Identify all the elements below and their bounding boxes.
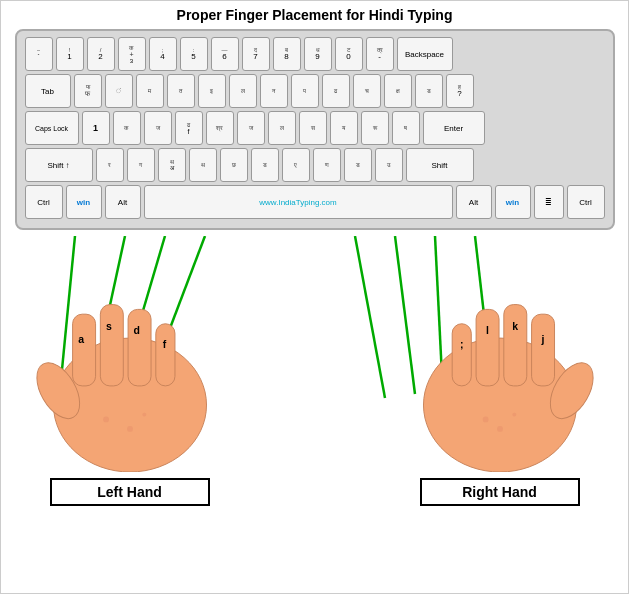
svg-rect-10 [72,314,95,386]
key-tab[interactable]: Tab [25,74,71,108]
svg-line-4 [355,236,385,398]
key-bracket-r[interactable]: ड [415,74,443,108]
key-slash[interactable]: उ [375,148,403,182]
key-c[interactable]: थअ [158,148,186,182]
right-hand-container: ; l k j Right Hand [385,252,615,506]
left-hand-svg: a s d f [15,252,245,472]
svg-text:j: j [540,333,544,345]
key-j[interactable]: ल [268,111,296,145]
key-n[interactable]: ड [251,148,279,182]
key-ctrl-right[interactable]: Ctrl [567,185,605,219]
key-b[interactable]: छ [220,148,248,182]
svg-point-19 [127,426,133,432]
key-alt-right[interactable]: Alt [456,185,492,219]
left-hand-container: a s d f Left Hand [15,252,245,506]
key-bracket-l[interactable]: क्ष [384,74,412,108]
key-e[interactable]: म [136,74,164,108]
key-y[interactable]: ल [229,74,257,108]
key-s[interactable]: क [113,111,141,145]
key-shift-left[interactable]: Shift ↑ [25,148,93,182]
key-0[interactable]: ट0 [335,37,363,71]
key-i[interactable]: प [291,74,319,108]
svg-text:;: ; [459,338,463,350]
key-alt-left[interactable]: Alt [105,185,141,219]
key-semicolon[interactable]: रू [361,111,389,145]
key-3[interactable]: क+3 [118,37,146,71]
key-minus[interactable]: त्र- [366,37,394,71]
svg-rect-12 [128,309,151,386]
svg-point-31 [482,417,488,423]
keyboard: ~` !1 /2 क+3 ;4 :5 —6 द7 ब8 ध9 ट0 त्र- B… [15,29,615,230]
svg-rect-23 [452,324,471,386]
key-period[interactable]: ड [344,148,372,182]
left-hand-label: Left Hand [50,478,210,506]
right-hand-label: Right Hand [420,478,580,506]
right-hand-svg: ; l k j [385,252,615,472]
key-v[interactable]: थ [189,148,217,182]
key-q[interactable]: फफ [74,74,102,108]
svg-rect-25 [503,305,526,386]
key-row-3: Caps Lock 1 क ज ढf श्र ज ल स य रू ष Ente… [25,111,605,145]
hands-area: a s d f Left Hand [15,236,615,506]
svg-rect-24 [476,309,499,386]
key-comma[interactable]: ण [313,148,341,182]
key-win-right[interactable]: win [495,185,531,219]
svg-text:l: l [486,324,489,336]
key-caps-lock[interactable]: Caps Lock [25,111,79,145]
key-2[interactable]: /2 [87,37,115,71]
key-menu[interactable]: ≣ [534,185,564,219]
svg-rect-26 [531,314,554,386]
key-l[interactable]: य [330,111,358,145]
key-row-1: ~` !1 /2 क+3 ;4 :5 —6 द7 ब8 ध9 ट0 त्र- B… [25,37,605,71]
svg-rect-11 [100,305,123,386]
key-7[interactable]: द7 [242,37,270,71]
key-1[interactable]: !1 [56,37,84,71]
key-w[interactable]: ं [105,74,133,108]
key-8[interactable]: ब8 [273,37,301,71]
svg-text:a: a [78,333,84,345]
key-o[interactable]: ढ [322,74,350,108]
key-9[interactable]: ध9 [304,37,332,71]
svg-text:s: s [106,320,112,332]
key-p[interactable]: च [353,74,381,108]
key-enter[interactable]: Enter [423,111,485,145]
key-h[interactable]: ज [237,111,265,145]
key-backslash[interactable]: ह? [446,74,474,108]
key-row-5: Ctrl win Alt www.IndiaTyping.com Alt win… [25,185,605,219]
key-x[interactable]: ग [127,148,155,182]
key-t[interactable]: इ [198,74,226,108]
key-g[interactable]: श्र [206,111,234,145]
key-m[interactable]: ए [282,148,310,182]
svg-point-20 [142,413,146,417]
key-4[interactable]: ;4 [149,37,177,71]
key-6[interactable]: —6 [211,37,239,71]
key-row-4: Shift ↑ र ग थअ थ छ ड ए ण ड उ Shift [25,148,605,182]
key-row-2: Tab फफ ं म त इ ल न प ढ च क्ष ड ह? [25,74,605,108]
svg-point-33 [512,413,516,417]
key-win-left[interactable]: win [66,185,102,219]
key-quote[interactable]: ष [392,111,420,145]
key-backspace[interactable]: Backspace [397,37,453,71]
key-r[interactable]: त [167,74,195,108]
key-k[interactable]: स [299,111,327,145]
key-backtick[interactable]: ~` [25,37,53,71]
svg-text:f: f [162,338,166,350]
svg-point-18 [103,417,109,423]
key-ctrl-left[interactable]: Ctrl [25,185,63,219]
svg-text:k: k [512,320,518,332]
key-d[interactable]: ज [144,111,172,145]
main-container: Proper Finger Placement for Hindi Typing… [0,0,629,594]
key-u[interactable]: न [260,74,288,108]
svg-point-32 [497,426,503,432]
key-5[interactable]: :5 [180,37,208,71]
key-f[interactable]: ढf [175,111,203,145]
key-shift-right[interactable]: Shift [406,148,474,182]
svg-text:d: d [133,324,139,336]
key-space[interactable]: www.IndiaTyping.com [144,185,453,219]
page-title: Proper Finger Placement for Hindi Typing [177,1,453,27]
key-z[interactable]: र [96,148,124,182]
key-a[interactable]: 1 [82,111,110,145]
svg-rect-13 [155,324,174,386]
